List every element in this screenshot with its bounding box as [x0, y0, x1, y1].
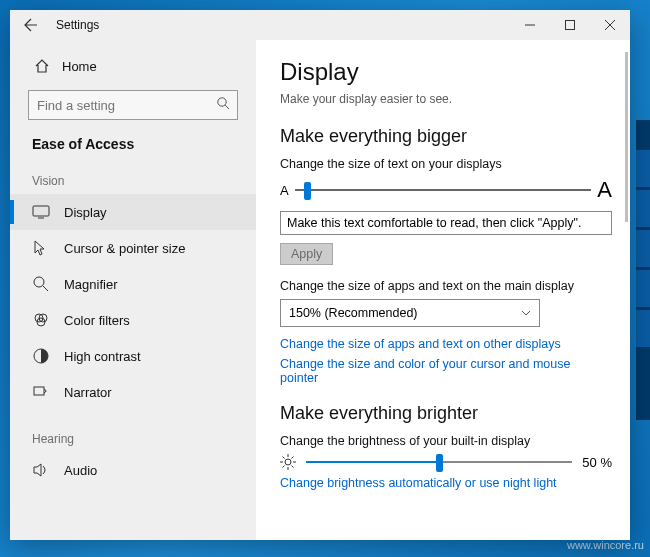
chevron-down-icon: [521, 308, 531, 318]
link-night-light[interactable]: Change brightness automatically or use n…: [280, 476, 612, 490]
scale-value: 150% (Recommended): [289, 306, 418, 320]
svg-rect-1: [566, 21, 575, 30]
brightness-label: Change the brightness of your built-in d…: [280, 434, 612, 448]
sidebar-group-label: Hearing: [10, 424, 256, 452]
svg-line-7: [43, 286, 48, 291]
sidebar-item-colorfilters[interactable]: Color filters: [10, 302, 256, 338]
sidebar-item-label: Narrator: [64, 385, 112, 400]
svg-point-13: [285, 459, 291, 465]
svg-line-18: [283, 457, 285, 459]
page-title: Display: [280, 58, 612, 86]
maximize-button[interactable]: [550, 10, 590, 40]
sidebar-item-magnifier[interactable]: Magnifier: [10, 266, 256, 302]
sidebar-item-label: High contrast: [64, 349, 141, 364]
display-icon: [32, 203, 50, 221]
main-pane: Display Make your display easier to see.…: [256, 40, 630, 540]
back-button[interactable]: [16, 10, 46, 40]
svg-rect-4: [33, 206, 49, 216]
sidebar-item-cursor[interactable]: Cursor & pointer size: [10, 230, 256, 266]
svg-point-2: [218, 98, 226, 106]
sidebar-item-audio[interactable]: Audio: [10, 452, 256, 488]
large-a-icon: A: [597, 177, 612, 203]
svg-line-21: [283, 466, 285, 468]
scrollbar-indicator[interactable]: [625, 52, 628, 222]
sidebar-home-label: Home: [62, 59, 97, 74]
svg-line-3: [225, 105, 229, 109]
sidebar-item-label: Magnifier: [64, 277, 117, 292]
sidebar-item-label: Audio: [64, 463, 97, 478]
colorfilters-icon: [32, 311, 50, 329]
sidebar-category: Ease of Access: [10, 134, 256, 166]
titlebar: Settings: [10, 10, 630, 40]
close-button[interactable]: [590, 10, 630, 40]
sidebar-item-label: Display: [64, 205, 107, 220]
minimize-button[interactable]: [510, 10, 550, 40]
home-icon: [34, 58, 50, 74]
text-size-label: Change the size of text on your displays: [280, 157, 612, 171]
svg-point-6: [34, 277, 44, 287]
magnifier-icon: [32, 275, 50, 293]
sidebar-item-label: Cursor & pointer size: [64, 241, 185, 256]
small-a-icon: A: [280, 183, 289, 198]
sidebar-item-label: Color filters: [64, 313, 130, 328]
sidebar-item-display[interactable]: Display: [10, 194, 256, 230]
watermark: www.wincore.ru: [567, 539, 644, 551]
brightness-thumb[interactable]: [436, 454, 443, 472]
sidebar-item-narrator[interactable]: Narrator: [10, 374, 256, 410]
scale-label: Change the size of apps and text on the …: [280, 279, 612, 293]
apply-button[interactable]: Apply: [280, 243, 333, 265]
scale-dropdown[interactable]: 150% (Recommended): [280, 299, 540, 327]
cursor-icon: [32, 239, 50, 257]
search-input[interactable]: [28, 90, 238, 120]
brightness-icon: [280, 454, 296, 470]
desktop-taskbar-fragment: [636, 120, 650, 420]
audio-icon: [32, 461, 50, 479]
text-preview: Make this text comfortable to read, then…: [280, 211, 612, 235]
page-subtitle: Make your display easier to see.: [280, 92, 612, 106]
brightness-percent: 50 %: [582, 455, 612, 470]
narrator-icon: [32, 383, 50, 401]
link-cursor-pointer[interactable]: Change the size and color of your cursor…: [280, 357, 612, 385]
svg-rect-12: [34, 387, 44, 395]
svg-line-19: [292, 466, 294, 468]
section-brighter-heading: Make everything brighter: [280, 403, 612, 424]
section-bigger-heading: Make everything bigger: [280, 126, 612, 147]
sidebar-group-label: Vision: [10, 166, 256, 194]
text-size-slider[interactable]: A A: [280, 177, 612, 203]
sidebar: Home Ease of Access VisionDisplayCursor …: [10, 40, 256, 540]
link-other-displays[interactable]: Change the size of apps and text on othe…: [280, 337, 612, 351]
app-title: Settings: [56, 18, 99, 32]
search-icon: [216, 96, 230, 110]
sidebar-home[interactable]: Home: [10, 50, 256, 82]
sidebar-item-highcontrast[interactable]: High contrast: [10, 338, 256, 374]
brightness-slider[interactable]: 50 %: [280, 454, 612, 470]
highcontrast-icon: [32, 347, 50, 365]
settings-window: Settings Home Ease of Access VisionDispl…: [10, 10, 630, 540]
slider-thumb[interactable]: [304, 182, 311, 200]
svg-line-20: [292, 457, 294, 459]
